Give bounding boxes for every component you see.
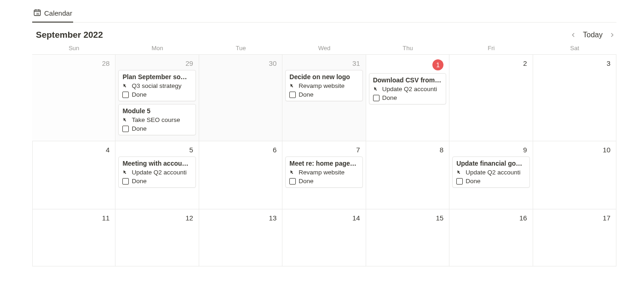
day-number: 1 [369, 58, 446, 73]
done-label: Done [132, 125, 146, 132]
event-card[interactable]: Meet re: home page…Revamp websiteDone [285, 156, 362, 188]
view-tabs: 31 Calendar [32, 6, 616, 23]
cursor-icon [122, 169, 129, 176]
calendar-cell[interactable]: 17 [533, 209, 616, 266]
event-title: Update financial go… [456, 160, 525, 167]
day-number: 9 [452, 144, 529, 156]
event-done-row: Done [122, 91, 191, 98]
event-title: Download CSV from… [373, 76, 442, 84]
calendar-cell[interactable]: 9Update financial go…Update Q2 accountiD… [449, 141, 533, 209]
calendar-cell[interactable]: 13 [199, 209, 282, 266]
day-number: 30 [202, 58, 279, 70]
checkbox-icon[interactable] [289, 92, 296, 98]
checkbox-icon[interactable] [122, 178, 129, 185]
cursor-icon [373, 86, 380, 92]
event-parent: Take SEO course [122, 116, 191, 123]
day-number: 13 [202, 212, 279, 225]
day-number: 28 [35, 58, 112, 70]
calendar-icon: 31 [33, 8, 41, 18]
day-number: 11 [35, 212, 112, 225]
calendar-cell[interactable]: 2 [449, 55, 533, 141]
event-title: Decide on new logo [289, 73, 358, 81]
event-parent-label: Revamp website [299, 82, 345, 89]
event-parent: Update Q2 accounti [456, 169, 525, 176]
calendar-cell[interactable]: 4 [32, 141, 115, 209]
day-number: 6 [202, 144, 279, 156]
today-button[interactable]: Today [583, 31, 603, 39]
event-parent-label: Update Q2 accounti [132, 169, 186, 176]
event-parent: Update Q2 accounti [373, 86, 442, 92]
event-parent: Q3 social strategy [122, 82, 191, 89]
prev-month-button[interactable] [569, 31, 577, 39]
day-number: 14 [285, 212, 362, 225]
event-card[interactable]: Download CSV from…Update Q2 accountiDone [369, 73, 446, 104]
done-label: Done [132, 91, 146, 98]
cursor-icon [122, 117, 129, 123]
cursor-icon [122, 83, 129, 89]
calendar-nav: Today [569, 31, 616, 39]
calendar-cell[interactable]: 8 [366, 141, 449, 209]
event-done-row: Done [289, 178, 358, 185]
tab-calendar-label: Calendar [44, 9, 72, 17]
next-month-button[interactable] [608, 31, 616, 39]
calendar-cell[interactable]: 14 [282, 209, 366, 266]
event-card[interactable]: Module 5Take SEO courseDone [118, 104, 196, 135]
checkbox-icon[interactable] [289, 178, 296, 185]
event-card[interactable]: Plan September so…Q3 social strategyDone [118, 70, 196, 101]
event-done-row: Done [289, 91, 358, 98]
calendar-cell[interactable]: 16 [449, 209, 533, 266]
event-done-row: Done [122, 125, 191, 132]
day-number: 29 [118, 58, 196, 70]
dow-sat: Sat [533, 45, 616, 52]
checkbox-icon[interactable] [122, 126, 129, 132]
day-number: 31 [285, 58, 362, 70]
done-label: Done [132, 178, 146, 185]
event-done-row: Done [456, 178, 525, 185]
event-done-row: Done [373, 94, 442, 101]
dow-mon: Mon [115, 45, 199, 52]
day-number: 7 [285, 144, 362, 156]
calendar-cell[interactable]: 31Decide on new logoRevamp websiteDone [282, 55, 366, 141]
event-parent-label: Revamp website [299, 169, 345, 176]
calendar-cell[interactable]: 1Download CSV from…Update Q2 accountiDon… [366, 55, 449, 141]
cursor-icon [289, 83, 296, 89]
calendar-cell[interactable]: 5Meeting with accou…Update Q2 accountiDo… [115, 141, 199, 209]
dow-sun: Sun [32, 45, 115, 52]
event-card[interactable]: Update financial go…Update Q2 accountiDo… [452, 156, 529, 188]
event-parent: Revamp website [289, 169, 358, 176]
calendar-cell[interactable]: 28 [32, 55, 115, 141]
day-number: 8 [369, 144, 446, 156]
calendar-cell[interactable]: 10 [533, 141, 616, 209]
calendar-cell[interactable]: 12 [115, 209, 199, 266]
calendar-cell[interactable]: 11 [32, 209, 115, 266]
calendar-cell[interactable]: 30 [199, 55, 282, 141]
calendar-cell[interactable]: 29Plan September so…Q3 social strategyDo… [115, 55, 199, 141]
checkbox-icon[interactable] [373, 95, 380, 101]
calendar-cell[interactable]: 3 [533, 55, 616, 141]
calendar-cell[interactable]: 6 [199, 141, 282, 209]
event-parent-label: Take SEO course [132, 116, 180, 123]
calendar-header: September 2022 Today [32, 23, 616, 45]
event-parent: Update Q2 accounti [122, 169, 191, 176]
event-done-row: Done [122, 178, 191, 185]
dow-tue: Tue [199, 45, 282, 52]
checkbox-icon[interactable] [122, 92, 129, 98]
event-title: Meeting with accou… [122, 160, 191, 167]
event-card[interactable]: Meeting with accou…Update Q2 accountiDon… [118, 156, 196, 188]
done-label: Done [299, 91, 313, 98]
checkbox-icon[interactable] [456, 178, 463, 185]
cursor-icon [456, 169, 463, 176]
day-number: 5 [118, 144, 196, 156]
day-of-week-header: Sun Mon Tue Wed Thu Fri Sat [32, 45, 616, 54]
dow-fri: Fri [449, 45, 533, 52]
event-title: Meet re: home page… [289, 160, 358, 167]
day-number: 2 [452, 58, 529, 70]
svg-text:31: 31 [36, 12, 40, 15]
calendar-cell[interactable]: 15 [366, 209, 449, 266]
event-title: Module 5 [122, 107, 191, 115]
month-title: September 2022 [36, 30, 103, 40]
tab-calendar[interactable]: 31 Calendar [32, 6, 73, 23]
dow-wed: Wed [282, 45, 366, 52]
event-card[interactable]: Decide on new logoRevamp websiteDone [285, 70, 362, 101]
calendar-cell[interactable]: 7Meet re: home page…Revamp websiteDone [282, 141, 366, 209]
